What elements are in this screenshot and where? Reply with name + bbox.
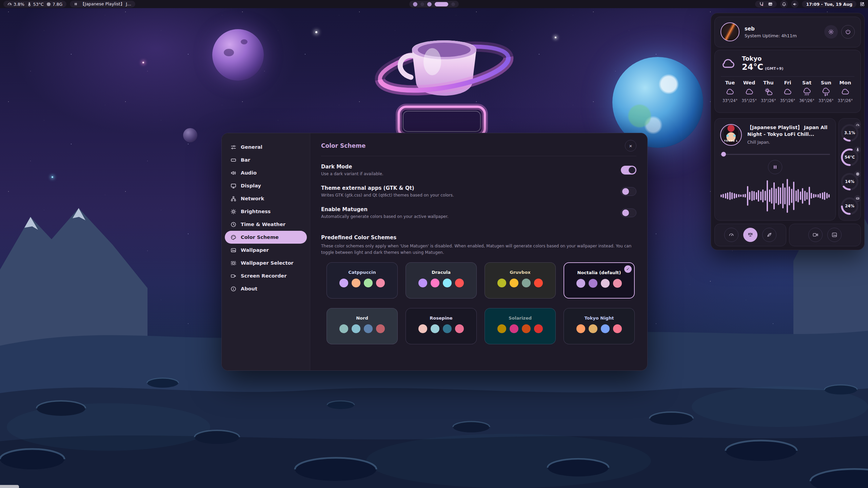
sidebar-item-about[interactable]: About — [225, 282, 307, 295]
dark-mode-toggle[interactable] — [621, 166, 636, 175]
chip-icon — [854, 171, 861, 178]
scheme-card-dracula[interactable]: Dracula — [406, 262, 477, 299]
toggle-description: Automatically generate colors based on y… — [321, 214, 449, 219]
clock[interactable]: 17:09 - Tue, 19 Aug — [802, 1, 856, 7]
theme-external-apps-row: Theme external apps (GTK & Qt) Writes GT… — [321, 185, 636, 198]
dashboard-button[interactable] — [860, 2, 865, 6]
toggle-description: Use a dark variant if available. — [321, 171, 383, 176]
workspace-dot-occupied[interactable] — [427, 2, 432, 6]
sidebar-item-color-scheme[interactable]: Color Scheme — [225, 231, 307, 244]
palette-icon — [231, 235, 236, 240]
notifications-button[interactable] — [780, 0, 788, 8]
sidebar-item-display[interactable]: Display — [225, 179, 307, 192]
scheme-card-gruvbox[interactable]: Gruvbox — [485, 262, 556, 299]
scheme-name: Catppuccin — [348, 270, 376, 275]
close-button[interactable]: × — [625, 140, 636, 151]
visualizer-bar — [767, 180, 768, 211]
scheme-card-solarized[interactable]: Solarized — [485, 308, 556, 344]
sidebar-item-time-weather[interactable]: Time & Weather — [225, 218, 307, 231]
visualizer-bar — [826, 193, 828, 199]
visualizer-bar — [756, 192, 757, 200]
media-pill[interactable]: 【Japanese Playlist】 J... — [70, 1, 135, 7]
power-profile-card — [714, 224, 786, 246]
scheme-name: Gruvbox — [510, 270, 530, 275]
visualizer-bar — [802, 188, 803, 204]
color-swatch — [431, 324, 439, 333]
weather-icon — [764, 87, 773, 96]
seek-bar[interactable] — [720, 152, 830, 157]
workspace-dot-empty[interactable] — [451, 2, 455, 6]
weather-icon — [745, 87, 754, 96]
sidebar-item-wallpaper[interactable]: Wallpaper — [225, 244, 307, 257]
toggle-label: Enable Matugen — [321, 206, 449, 212]
sidebar-item-general[interactable]: General — [225, 141, 307, 154]
color-swatch — [576, 279, 585, 288]
scheme-card-noctalia[interactable]: ✓ Noctalia (default) — [564, 262, 635, 299]
visualizer-bar — [727, 192, 728, 199]
scheme-card-nord[interactable]: Nord — [327, 308, 398, 344]
visualizer-bar — [782, 183, 784, 208]
gauge-icon — [854, 122, 861, 129]
sidebar-item-screen-recorder[interactable]: Screen Recorder — [225, 269, 307, 282]
performance-profile-button[interactable] — [724, 228, 738, 242]
color-swatch — [352, 279, 360, 287]
top-bar: 3.8% 53°C 7.8G 【Japanese Playlist】 J... — [0, 0, 868, 8]
scheme-card-rosepine[interactable]: Rosepine — [406, 308, 477, 344]
scheme-grid: Catppuccin Dracula Gruvbox — [327, 262, 636, 344]
workspace-dot-occupied[interactable] — [413, 2, 417, 6]
color-swatch — [339, 324, 348, 333]
screen-recorder-button[interactable] — [808, 228, 823, 242]
weather-card: Tokyo 24°C (GMT+9) Tue 33°/24° Wed 35°/2… — [714, 50, 861, 113]
settings-button[interactable] — [824, 25, 838, 39]
visualizer-bar — [736, 194, 737, 198]
visualizer-bar — [793, 182, 794, 210]
workspace-dot-empty[interactable] — [420, 2, 424, 6]
weather-city: Tokyo — [742, 55, 783, 62]
workspace-dot-active[interactable] — [435, 2, 448, 6]
avatar — [721, 22, 739, 41]
tray-pill[interactable] — [755, 1, 777, 7]
power-saver-profile-button[interactable] — [762, 228, 776, 242]
weather-temp: 24°C — [742, 62, 763, 72]
wallpaper-button[interactable] — [827, 228, 842, 242]
scales-icon — [747, 232, 753, 238]
sidebar-item-brightness[interactable]: Brightness — [225, 205, 307, 218]
power-button[interactable] — [841, 25, 855, 39]
seek-track — [720, 154, 830, 155]
sidebar-item-bar[interactable]: Bar — [225, 154, 307, 166]
scheme-name: Tokyo Night — [585, 316, 614, 321]
side-panel: seb System Uptime: 4h11m Tokyo 24°C (GMT… — [711, 13, 865, 250]
theme-external-apps-toggle[interactable] — [621, 187, 636, 196]
weather-icon — [841, 87, 850, 96]
speedometer-icon — [728, 232, 734, 238]
enable-matugen-toggle[interactable] — [621, 208, 636, 217]
sidebar-item-wallpaper-selector[interactable]: Wallpaper Selector — [225, 257, 307, 269]
visualizer-bar — [745, 194, 746, 198]
visualizer-bar — [778, 187, 779, 205]
page-title: Color Scheme — [321, 142, 366, 149]
color-swatch — [534, 279, 543, 287]
forecast-day: Sun 33°/26° — [817, 80, 835, 103]
frame-icon — [231, 260, 236, 266]
weather-icon — [726, 87, 734, 96]
visualizer-bar — [731, 192, 733, 199]
sidebar-item-network[interactable]: Network — [225, 192, 307, 205]
color-swatch — [601, 279, 610, 288]
toggle-knob — [622, 188, 629, 195]
scheme-card-tokyo-night[interactable]: Tokyo Night — [564, 308, 635, 344]
scheme-card-catppuccin[interactable]: Catppuccin — [327, 262, 398, 299]
volume-button[interactable] — [791, 0, 798, 8]
system-stats-pill[interactable]: 3.8% 53°C 7.8G — [3, 1, 66, 7]
visualizer-bar — [795, 190, 797, 201]
balanced-profile-button[interactable] — [743, 228, 757, 242]
visualizer-bar — [765, 191, 766, 201]
visualizer-bar — [771, 188, 772, 204]
seek-knob[interactable] — [721, 152, 726, 157]
pause-icon — [773, 164, 777, 170]
visualizer-bar — [784, 187, 786, 204]
forecast: Tue 33°/24° Wed 35°/25° Thu 33°/26° Fri … — [721, 80, 854, 103]
visualizer-bar — [787, 179, 788, 213]
sidebar-item-audio[interactable]: Audio — [225, 166, 307, 179]
play-pause-button[interactable] — [768, 160, 782, 174]
color-swatch — [352, 324, 360, 333]
